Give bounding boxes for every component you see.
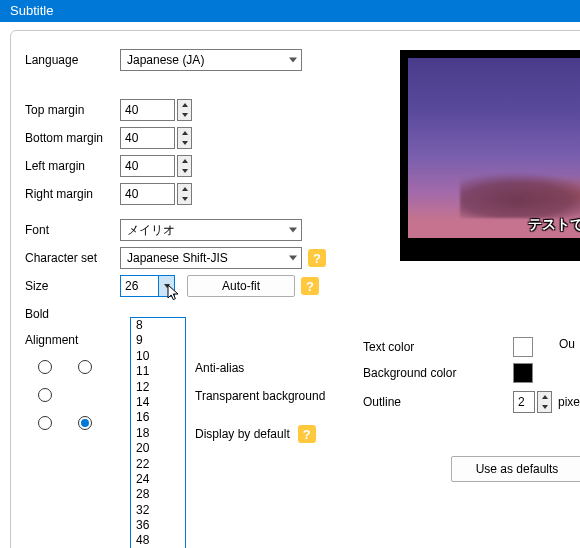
charset-label: Character set: [25, 251, 120, 265]
spinner-down-icon[interactable]: [178, 194, 191, 204]
alignment-grid: [25, 353, 145, 437]
use-as-defaults-button[interactable]: Use as defaults: [451, 456, 580, 482]
chevron-down-icon: [289, 228, 297, 233]
preview-subtitle-text: テストです: [528, 216, 580, 234]
size-option[interactable]: 14: [131, 395, 185, 410]
right-margin-input[interactable]: [120, 183, 175, 205]
size-label: Size: [25, 279, 120, 293]
bottom-margin-spinner[interactable]: [177, 127, 192, 149]
outline-color-label-truncated: Ou: [559, 337, 575, 351]
language-select[interactable]: Japanese (JA): [120, 49, 302, 71]
size-option[interactable]: 28: [131, 487, 185, 502]
left-margin-spinner[interactable]: [177, 155, 192, 177]
top-margin-label: Top margin: [25, 103, 120, 117]
size-value[interactable]: 26: [121, 276, 158, 296]
left-margin-label: Left margin: [25, 159, 120, 173]
alignment-radio-bot-center[interactable]: [78, 416, 92, 430]
spinner-up-icon[interactable]: [538, 392, 551, 402]
outline-input[interactable]: [513, 391, 535, 413]
anti-alias-label: Anti-alias: [195, 361, 244, 375]
size-option[interactable]: 10: [131, 349, 185, 364]
size-dropdown-button[interactable]: [158, 276, 174, 296]
size-option[interactable]: 48: [131, 533, 185, 548]
size-option[interactable]: 8: [131, 318, 185, 333]
transparent-bg-label: Transparent background: [195, 389, 325, 403]
size-option[interactable]: 22: [131, 457, 185, 472]
alignment-radio-top-left[interactable]: [38, 360, 52, 374]
font-label: Font: [25, 223, 120, 237]
help-icon[interactable]: ?: [308, 249, 326, 267]
spinner-down-icon[interactable]: [178, 110, 191, 120]
left-margin-input[interactable]: [120, 155, 175, 177]
window-title: Subtitle: [10, 3, 53, 18]
outline-label: Outline: [363, 395, 443, 409]
size-option[interactable]: 32: [131, 503, 185, 518]
size-combobox[interactable]: 26: [120, 275, 175, 297]
size-dropdown-list[interactable]: 89101112141618202224283236485672: [130, 317, 186, 548]
bottom-margin-label: Bottom margin: [25, 131, 120, 145]
top-margin-input[interactable]: [120, 99, 175, 121]
window-titlebar: Subtitle: [0, 0, 580, 22]
alignment-radio-mid-left[interactable]: [38, 388, 52, 402]
font-value: メイリオ: [127, 222, 175, 239]
size-option[interactable]: 11: [131, 364, 185, 379]
help-icon[interactable]: ?: [301, 277, 319, 295]
spinner-up-icon[interactable]: [178, 128, 191, 138]
text-color-swatch[interactable]: [513, 337, 533, 357]
alignment-label: Alignment: [25, 333, 145, 347]
bg-color-swatch[interactable]: [513, 363, 533, 383]
size-option[interactable]: 20: [131, 441, 185, 456]
spinner-down-icon[interactable]: [178, 166, 191, 176]
font-select[interactable]: メイリオ: [120, 219, 302, 241]
charset-value: Japanese Shift-JIS: [127, 251, 228, 265]
preview-image: テストです: [408, 58, 580, 238]
subtitle-preview: テストです: [400, 50, 580, 261]
auto-fit-button[interactable]: Auto-fit: [187, 275, 295, 297]
alignment-radio-top-center[interactable]: [78, 360, 92, 374]
top-margin-spinner[interactable]: [177, 99, 192, 121]
size-option[interactable]: 16: [131, 410, 185, 425]
outline-units: pixels: [558, 395, 580, 409]
size-option[interactable]: 18: [131, 426, 185, 441]
preview-cloud: [460, 173, 580, 218]
spinner-up-icon[interactable]: [178, 184, 191, 194]
bottom-margin-input[interactable]: [120, 127, 175, 149]
size-option[interactable]: 36: [131, 518, 185, 533]
bg-color-label: Background color: [363, 366, 473, 380]
charset-select[interactable]: Japanese Shift-JIS: [120, 247, 302, 269]
chevron-down-icon: [289, 58, 297, 63]
size-option[interactable]: 9: [131, 333, 185, 348]
right-margin-label: Right margin: [25, 187, 120, 201]
language-value: Japanese (JA): [127, 53, 204, 67]
alignment-radio-bot-left[interactable]: [38, 416, 52, 430]
spinner-up-icon[interactable]: [178, 156, 191, 166]
chevron-down-icon: [289, 256, 297, 261]
size-option[interactable]: 12: [131, 380, 185, 395]
language-label: Language: [25, 53, 120, 67]
size-option[interactable]: 24: [131, 472, 185, 487]
spinner-down-icon[interactable]: [538, 402, 551, 412]
bold-label: Bold: [25, 307, 120, 321]
outline-spinner[interactable]: [537, 391, 552, 413]
right-margin-spinner[interactable]: [177, 183, 192, 205]
spinner-up-icon[interactable]: [178, 100, 191, 110]
text-color-label: Text color: [363, 340, 473, 354]
help-icon[interactable]: ?: [298, 425, 316, 443]
display-default-label: Display by default: [195, 427, 290, 441]
spinner-down-icon[interactable]: [178, 138, 191, 148]
